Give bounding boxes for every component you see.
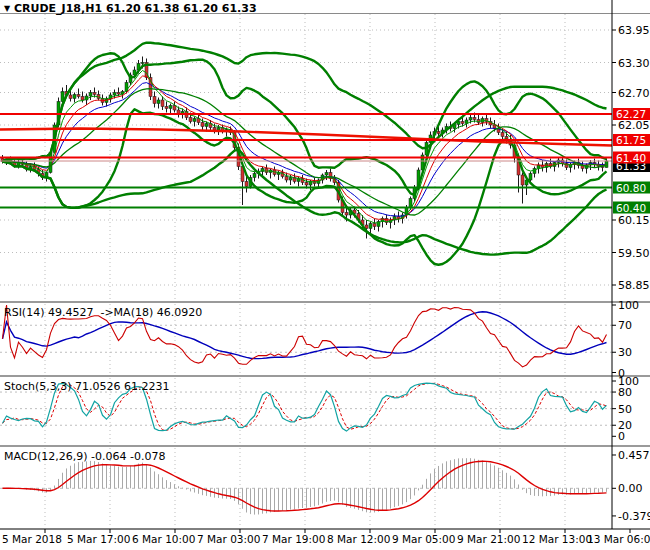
chart-ohlc-readout: 61.20 61.38 61.20 61.33 [106,2,257,15]
panel-separator [0,301,650,303]
chart-canvas[interactable]: 63.9563.3062.7062.0560.1559.5058.8510070… [0,0,650,550]
stoch-indicator-label: Stoch(5,3,3) 71.0526 61.2231 [4,380,170,393]
time-axis[interactable] [0,529,650,550]
rsi-indicator-label: RSI(14) 49.4527 ->MA(18) 46.0920 [4,306,202,319]
chart-window: 63.9563.3062.7062.0560.1559.5058.8510070… [0,0,650,550]
price-axis[interactable] [612,0,650,529]
panel-separator [0,375,650,377]
chart-marker-icon: ▼ [4,4,10,13]
macd-indicator-label: MACD(12,26,9) -0.064 -0.078 [4,450,165,463]
chart-title: ▼ CRUDE_J18,H1 61.20 61.38 61.20 61.33 [4,2,257,15]
chart-symbol-period: CRUDE_J18,H1 [14,2,102,15]
panel-separator [0,445,650,447]
main-chart-surface[interactable] [0,14,612,300]
